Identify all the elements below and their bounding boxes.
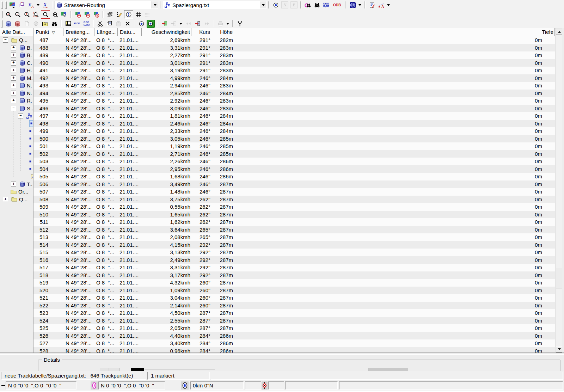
table-row[interactable]: 525N 49° 28'...O 8 °...21.01....2,05kmh2… <box>33 324 555 332</box>
show-all-on-map-button[interactable] <box>146 20 155 27</box>
draw-track-button[interactable] <box>115 11 123 18</box>
table-row[interactable]: 497N 49° 28'...O 8 °...21.01....1,81kmh2… <box>33 112 555 120</box>
details-widget[interactable] <box>109 368 120 371</box>
table-row[interactable]: 515N 49° 28'...O 8 °...21.01....3,13kmh2… <box>33 249 555 256</box>
folder-up-button[interactable] <box>41 20 49 27</box>
table-row[interactable]: 517N 49° 28'...O 8 °...21.01....3,31kmh2… <box>33 264 555 271</box>
goto-position-button[interactable] <box>348 1 357 9</box>
table-row[interactable]: 488N 49° 28'...O 8 °...21.01....3,31kmh2… <box>33 44 555 52</box>
table-row[interactable]: 507N 49° 28'...O 8 °...21.01....1,48kmh2… <box>33 188 555 196</box>
print-button[interactable] <box>216 20 225 27</box>
table-row[interactable]: 518N 49° 28'...O 8 °...21.01....3,17kmh2… <box>33 271 555 279</box>
table-row[interactable]: 510N 49° 28'...O 8 °...21.01....1,65kmh2… <box>33 211 555 219</box>
map-layers-button[interactable] <box>106 11 114 18</box>
column-header-geschwindigkeit[interactable]: Geschwindigkeit <box>142 28 191 36</box>
tree-expander[interactable]: + <box>11 60 16 66</box>
table-row[interactable]: 494N 49° 28'...O 8 °...21.01....2,85kmh2… <box>33 90 555 97</box>
table-row[interactable]: 527N 49° 28'...O 8 °...21.01....3,40kmh2… <box>33 339 555 347</box>
toolbar-grip[interactable] <box>1 20 3 27</box>
waypoint-list-button[interactable] <box>322 1 330 9</box>
label-style-dropdown[interactable] <box>36 1 41 9</box>
paste-button[interactable] <box>114 20 123 27</box>
table-row[interactable]: 509N 49° 28'...O 8 °...21.01....0,55kmh2… <box>33 203 555 211</box>
table-row[interactable]: 522N 49° 28'...O 8 °...21.01....2,14kmh2… <box>33 302 555 310</box>
table-row[interactable]: 500N 49° 28'...O 8 °...21.01....3,05kmh2… <box>33 135 555 143</box>
table-row[interactable]: 504N 49° 28'...O 8 °...21.01....2,95kmh2… <box>33 165 555 173</box>
map-grid-button[interactable] <box>134 11 142 18</box>
column-header-hoehe[interactable]: Höhe <box>212 28 234 36</box>
scrollbar-thumb[interactable] <box>556 268 563 288</box>
table-row[interactable]: 524N 49° 28'...O 8 °...21.01....2,55kmh2… <box>33 317 555 325</box>
table-row[interactable]: 526N 49° 28'...O 8 °...21.01....4,40kmh2… <box>33 332 555 340</box>
map-zoom-same-button[interactable] <box>92 11 100 18</box>
table-row[interactable]: 508N 49° 28'...O 8 °...21.01....3,75kmh2… <box>33 196 555 203</box>
table-row[interactable]: 521N 49° 28'...O 8 °...21.01....3,04kmh2… <box>33 294 555 302</box>
map-selector-combobox[interactable]: Strassen-Routing <box>55 1 158 9</box>
back-records-button[interactable] <box>184 20 192 27</box>
table-row[interactable]: 523N 49° 28'...O 8 °...21.01....4,50kmh2… <box>33 309 555 317</box>
edit-notes-button[interactable] <box>368 1 376 9</box>
tree-expander[interactable]: − <box>18 113 23 118</box>
table-row[interactable]: 502N 49° 28'...O 8 °...21.01....2,71kmh2… <box>33 150 555 158</box>
column-header-laenge[interactable]: Länge... <box>94 28 118 36</box>
tree-expander[interactable]: + <box>11 75 16 81</box>
table-row[interactable]: 499N 49° 28'...O 8 °...21.01....2,33kmh2… <box>33 127 555 135</box>
tree-expander[interactable]: + <box>11 83 16 88</box>
north-button[interactable]: N <box>281 1 289 9</box>
track-selector-combobox[interactable]: Spaziergang.txt <box>163 1 266 9</box>
table-row[interactable]: 491N 49° 28'...O 8 °...21.01....3,19kmh2… <box>33 67 555 74</box>
map-pointer-button[interactable] <box>60 11 68 18</box>
import-options-button[interactable] <box>169 20 178 27</box>
print-dropdown[interactable] <box>225 20 230 27</box>
column-header-tiefe[interactable]: Tiefe <box>522 28 555 36</box>
tree-expander[interactable]: + <box>11 98 16 103</box>
odb-button[interactable]: ODB <box>331 1 343 9</box>
table-row[interactable]: 501N 49° 28'...O 8 °...21.01....1,19kmh2… <box>33 142 555 150</box>
route-label-button[interactable]: A <box>377 1 385 9</box>
tree-expander[interactable]: + <box>11 45 16 50</box>
delete-button[interactable] <box>123 20 132 27</box>
records-grid-button[interactable] <box>82 20 91 27</box>
table-row[interactable]: 496N 49° 28'...O 8 °...21.01....3,09kmh2… <box>33 105 555 112</box>
split-view-button[interactable] <box>235 20 244 27</box>
scroll-down-button[interactable] <box>556 346 563 353</box>
map-selector-arrow[interactable] <box>152 1 158 8</box>
track-selector-arrow[interactable] <box>260 1 266 8</box>
label-style-button[interactable]: XA <box>26 1 35 9</box>
compass-button[interactable] <box>124 10 133 19</box>
table-row[interactable]: 498N 49° 28'...O 8 °...21.01....2,46kmh2… <box>33 120 555 128</box>
tree-expander[interactable]: − <box>3 37 8 43</box>
import-table-button[interactable] <box>160 20 168 27</box>
map-zoom-in-button[interactable] <box>74 11 82 18</box>
tree-expander[interactable]: − <box>11 106 16 111</box>
find-waypoint-button[interactable] <box>304 1 312 9</box>
database-button[interactable] <box>4 20 13 27</box>
table-row[interactable]: 519N 49° 28'...O 8 °...21.01....4,32kmh2… <box>33 279 555 287</box>
table-row[interactable]: 512N 49° 28'...O 8 °...21.01....3,64kmh2… <box>33 226 555 234</box>
table-row[interactable]: 506N 49° 28'...O 8 °...21.01....3,49kmh2… <box>33 180 555 188</box>
zoom-selection-button[interactable] <box>32 11 40 18</box>
data-tree-panel[interactable]: −Q...+B.+B.+C.+H.+M.+N.+N.+R.−S..−A+T..O… <box>0 36 33 353</box>
table-row[interactable]: 493N 49° 28'...O 8 °...21.01....2,94kmh2… <box>33 82 555 90</box>
toolbar-grip[interactable] <box>1 11 3 18</box>
forward-records-button[interactable] <box>202 20 211 27</box>
map-zoom-out-button[interactable] <box>83 11 91 18</box>
table-row[interactable]: 490N 49° 28'...O 8 °...21.01....3,01kmh2… <box>33 59 555 67</box>
table-body[interactable]: 487N 49° 28'...O 8 °...21.01....2,69kmh2… <box>33 36 555 353</box>
zoom-original-button[interactable]: 1 <box>23 11 31 18</box>
zoom-in-button[interactable] <box>4 11 13 18</box>
show-on-map-button[interactable] <box>137 20 146 27</box>
column-header-datum[interactable]: Datu... <box>118 28 142 36</box>
details-widget[interactable] <box>100 368 108 371</box>
table-row[interactable]: 516N 49° 28'...O 8 °...21.01....2,49kmh2… <box>33 256 555 264</box>
zoom-window-button[interactable] <box>41 10 50 19</box>
position-marker-chip[interactable] <box>262 381 268 390</box>
marker-coordinates-chip[interactable] <box>91 381 98 390</box>
zoom-out-button[interactable] <box>13 11 22 18</box>
tree-expander[interactable]: + <box>11 91 16 96</box>
table-row[interactable]: 528N 49° 28'...O 8 °...21.01....0,96kmh2… <box>33 347 555 353</box>
new-table-button[interactable] <box>23 20 31 27</box>
column-header-punkt[interactable]: Punkt▽ <box>33 28 63 36</box>
table-vertical-scrollbar[interactable] <box>556 29 563 353</box>
import-dropdown[interactable] <box>178 20 183 27</box>
